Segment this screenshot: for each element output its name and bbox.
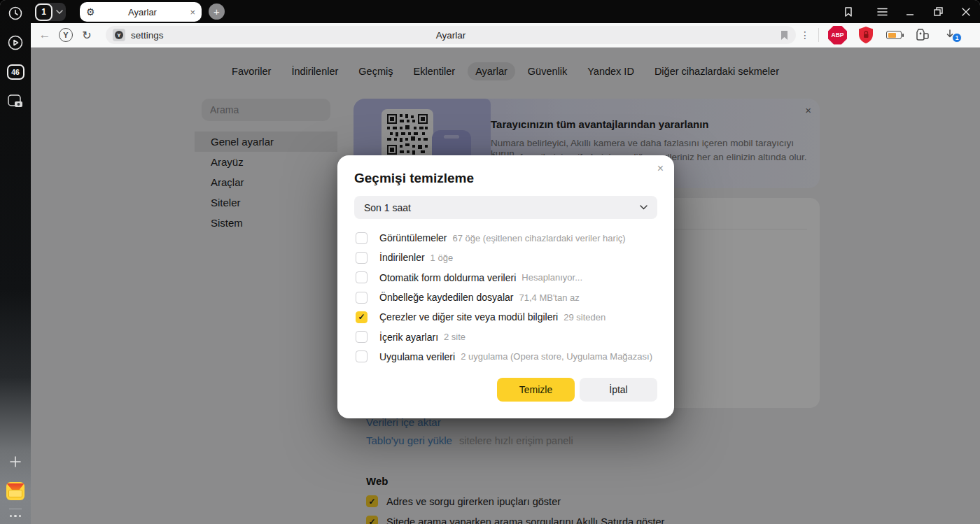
checkbox[interactable] [356,292,368,304]
checkbox[interactable] [356,232,368,244]
tab-title: Ayarlar [95,7,190,17]
browser-sidebar: 46 [0,0,31,524]
dialog-close-icon[interactable]: × [657,162,664,175]
clear-items-list: Görüntülemeler 67 öğe (eşitlenen cihazla… [356,228,657,367]
back-icon[interactable]: ← [34,25,55,45]
clear-button[interactable]: Temizle [497,378,575,402]
clear-item-label: Otomatik form doldurma verileri [379,272,516,283]
clear-item-meta: 29 siteden [564,312,606,323]
new-tab-button[interactable]: + [209,3,225,20]
window-restore-button[interactable] [924,0,952,23]
address-more-icon[interactable]: ⋮ [796,29,814,41]
play-sessions-icon[interactable] [6,33,25,52]
clear-item-meta: Hesaplanıyor... [522,272,582,283]
add-panel-icon[interactable] [6,452,25,472]
adblock-abp-icon[interactable]: ABP [828,26,847,45]
window-minimize-button[interactable] [896,0,924,23]
settings-page: Favoriler İndirilenler Geçmiş Eklentiler… [31,48,980,524]
checkbox[interactable] [356,252,368,264]
tab-counter-button[interactable]: 1 [35,3,66,21]
clear-item-meta: 67 öğe (eşitlenen cihazlardaki veriler h… [453,233,626,243]
checkbox[interactable] [356,311,368,323]
clear-item-label: Çerezler ve diğer site veya modül bilgil… [379,311,558,323]
toolbar-divider [818,28,819,42]
cancel-button[interactable]: İptal [580,378,657,402]
keychain-passwords-icon[interactable] [908,28,936,42]
tab-bar: 1 ⚙ Ayarlar × + [31,0,980,23]
clear-item-row: Uygulama verileri 2 uygulama (Opera stor… [356,347,657,367]
address-value: settings [131,30,164,41]
address-bar[interactable]: Y settings Ayarlar [106,26,796,44]
browser-window: 46 1 ⚙ Ayarlar × + [0,0,980,524]
checkbox[interactable] [356,350,368,362]
clear-item-row: İndirilenler 1 öğe [356,248,657,267]
time-range-select[interactable]: Son 1 saat [354,196,657,219]
clear-item-row: Otomatik form doldurma verileri Hesaplan… [356,268,657,288]
battery-saver-icon[interactable] [880,31,908,39]
time-range-value: Son 1 saat [364,202,411,213]
panel-bookmark-icon[interactable] [834,0,862,23]
clear-history-dialog: × Geçmişi temizleme Son 1 saat Görüntüle… [337,155,674,418]
tab-close-icon[interactable]: × [190,8,195,17]
chevron-down-icon [56,10,63,14]
dialog-title: Geçmişi temizleme [354,171,474,186]
tab-count-label: 46 [7,64,24,80]
clear-item-meta: 2 site [444,332,465,342]
clear-item-row: Görüntülemeler 67 öğe (eşitlenen cihazla… [356,228,657,248]
downloads-count-badge: 1 [952,33,962,43]
tab-counter-value: 1 [35,3,52,21]
address-page-title: Ayarlar [106,30,796,41]
clear-item-label: Uygulama verileri [379,351,455,362]
clear-item-label: Önbelleğe kaydedilen dosyalar [379,292,513,303]
tab-counter-badge[interactable]: 46 [6,62,25,82]
clear-item-meta: 1 öğe [430,253,454,263]
clear-item-meta: 71,4 MB'tan az [519,292,579,303]
sidebar-more-icon[interactable] [10,515,22,518]
clear-item-label: İndirilenler [379,252,425,263]
clear-item-row: Önbelleğe kaydedilen dosyalar 71,4 MB'ta… [356,288,657,307]
clear-item-row: İçerik ayarları 2 site [356,327,657,346]
clear-item-label: Görüntülemeler [379,232,447,243]
protect-shield-icon[interactable] [852,26,880,44]
address-toolbar: ← Y ↻ Y settings Ayarlar ⋮ ABP 1 [31,23,980,48]
history-clock-icon[interactable] [6,3,25,23]
yandex-home-icon[interactable]: Y [55,25,76,45]
chevron-down-icon [640,205,648,210]
downloads-icon[interactable]: 1 [936,29,964,41]
sidebar-divider [9,509,22,509]
clear-item-label: İçerik ayarları [379,332,438,343]
active-tab[interactable]: ⚙ Ayarlar × [80,2,202,22]
clear-item-meta: 2 uygulama (Opera store, Uygulama Mağaza… [461,351,652,362]
bookmark-icon[interactable] [780,30,789,41]
settings-gear-icon: ⚙ [86,7,95,17]
menu-hamburger-icon[interactable] [868,0,896,23]
window-close-button[interactable] [952,0,980,23]
screenshot-icon[interactable] [6,92,25,111]
checkbox[interactable] [356,331,368,343]
reload-icon[interactable]: ↻ [76,25,97,45]
clear-item-row: Çerezler ve diğer site veya modül bilgil… [356,307,657,327]
checkbox[interactable] [356,271,368,283]
yandex-mail-icon[interactable] [6,481,25,501]
page-favicon: Y [113,29,125,41]
